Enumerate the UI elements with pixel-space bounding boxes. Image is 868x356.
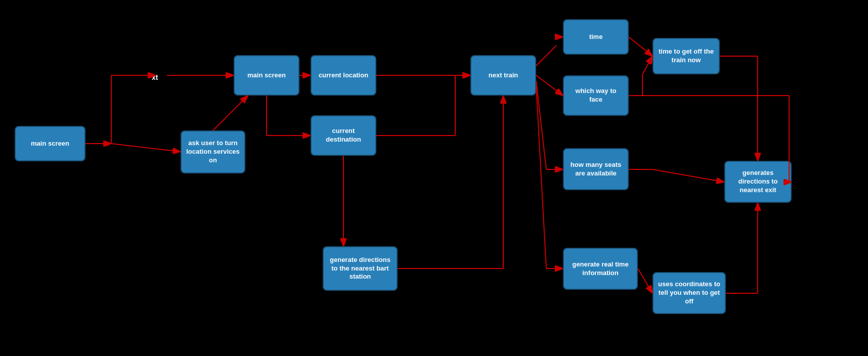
svg-line-5 bbox=[111, 144, 181, 152]
which-way-node: which way to face bbox=[563, 75, 629, 116]
how-many-seats-node: how many seats are availabile bbox=[563, 148, 629, 190]
time-node: time bbox=[563, 19, 629, 55]
svg-line-32 bbox=[638, 269, 653, 293]
svg-line-6 bbox=[213, 96, 248, 130]
next-train-node: next train bbox=[470, 55, 536, 96]
svg-line-27 bbox=[642, 56, 653, 74]
generates-directions-exit-node: generates directions to nearest exit bbox=[724, 161, 792, 203]
main-screen-node: main screen bbox=[234, 55, 299, 96]
current-destination-node: current destination bbox=[311, 115, 376, 156]
svg-line-17 bbox=[536, 46, 556, 66]
svg-line-19 bbox=[536, 75, 563, 96]
svg-line-31 bbox=[653, 169, 724, 182]
generate-real-time-node: generate real time information bbox=[563, 248, 638, 290]
uses-coordinates-node: uses coordinates to tell you when to get… bbox=[653, 272, 726, 314]
svg-line-24 bbox=[629, 37, 653, 56]
current-location-node: current location bbox=[311, 55, 376, 96]
xt-label: xt bbox=[152, 73, 158, 81]
time-to-get-off-node: time to get off the train now bbox=[653, 38, 720, 74]
svg-line-20 bbox=[536, 81, 546, 169]
ask-user-node: ask user to turn location services on bbox=[181, 130, 245, 173]
main-screen-left-node: main screen bbox=[15, 126, 85, 161]
generate-directions-bart-node: generate directions to the nearest bart … bbox=[323, 246, 398, 291]
svg-line-22 bbox=[536, 86, 546, 269]
